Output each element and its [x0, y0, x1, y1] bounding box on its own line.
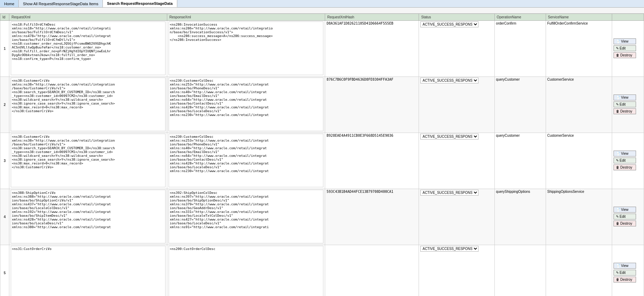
service-name-cell: CustomerService	[546, 133, 612, 189]
table-row: 1D8A361AF1D82621105D41D6664F555EBACTIVE_…	[0, 21, 644, 77]
hash-cell: D8A361AF1D82621105D41D6664F555EB	[325, 21, 419, 77]
edit-button[interactable]: ✎Edit	[614, 214, 636, 219]
operation-name-cell: queryShippingOptions	[494, 189, 546, 245]
request-xml-cell	[9, 133, 167, 189]
page-header	[0, 8, 644, 14]
destroy-icon: 🗑	[616, 222, 619, 225]
status-select[interactable]: ACTIVE_SUCCESS_RESPONSE_XML	[420, 246, 478, 252]
operation-name-cell: queryCustomer	[494, 133, 546, 189]
table-container: Id RequestXml ResponseXml RequestXmlHash…	[0, 14, 644, 296]
table-row: 3B928EAE4A4911CB0E3F668D5145E9036ACTIVE_…	[0, 133, 644, 189]
top-navigation: Home Show All RequestResponseStageData I…	[0, 0, 644, 8]
view-icon: 📄	[616, 39, 620, 43]
destroy-button[interactable]: 🗑Destroy	[614, 52, 636, 58]
nav-tab-search[interactable]: Search RequestResponseStageData	[103, 0, 177, 7]
request-xml-cell	[9, 245, 167, 296]
row-id-cell: 3	[0, 133, 9, 189]
view-icon: 📄	[616, 152, 620, 155]
request-xml-textarea[interactable]	[11, 246, 166, 296]
view-icon: 📄	[616, 264, 620, 268]
table-row: 5ACTIVE_SUCCESS_RESPONSE_XML📄View✎Edit🗑D…	[0, 245, 644, 296]
col-service: ServiceName	[546, 14, 612, 21]
data-table: Id RequestXml ResponseXml RequestXmlHash…	[0, 14, 644, 296]
col-status: Status	[419, 14, 494, 21]
edit-button[interactable]: ✎Edit	[614, 101, 636, 107]
status-select[interactable]: ACTIVE_SUCCESS_RESPONSE_XML	[420, 190, 478, 196]
request-xml-cell	[9, 21, 167, 77]
col-id: Id	[0, 14, 9, 21]
actions-cell: 📄View✎Edit🗑Destroy	[612, 133, 644, 189]
operation-name-cell	[494, 245, 546, 296]
hash-cell: 593C43B1B4AD44FCE13B79708D400CA1	[325, 189, 419, 245]
response-xml-textarea[interactable]	[169, 134, 323, 187]
response-xml-cell	[167, 21, 325, 77]
table-header-row: Id RequestXml ResponseXml RequestXmlHash…	[0, 14, 644, 21]
request-xml-textarea[interactable]	[11, 134, 166, 187]
destroy-icon: 🗑	[616, 165, 619, 169]
nav-tab-home[interactable]: Home	[0, 0, 19, 7]
destroy-button[interactable]: 🗑Destroy	[614, 277, 636, 282]
row-id-cell: 5	[0, 245, 9, 296]
destroy-icon: 🗑	[616, 53, 619, 57]
operation-name-cell: queryCustomer	[494, 77, 546, 133]
response-xml-textarea[interactable]	[169, 21, 323, 75]
hash-cell	[325, 245, 419, 296]
view-button[interactable]: 📄View	[614, 207, 636, 213]
status-select[interactable]: ACTIVE_SUCCESS_RESPONSE_XML	[420, 21, 478, 27]
nav-tab-show-all[interactable]: Show All RequestResponseStageData Items	[19, 0, 103, 7]
edit-icon: ✎	[616, 271, 619, 275]
view-icon: 📄	[616, 208, 620, 212]
operation-name-cell: orderConfirm	[494, 21, 546, 77]
service-name-cell: CustomerService	[546, 77, 612, 133]
status-cell: ACTIVE_SUCCESS_RESPONSE_XML	[419, 77, 494, 133]
view-button[interactable]: 📄View	[614, 38, 636, 44]
edit-icon: ✎	[616, 159, 619, 162]
response-xml-textarea[interactable]	[169, 78, 323, 131]
request-xml-textarea[interactable]	[11, 78, 166, 131]
table-row: 4593C43B1B4AD44FCE13B79708D400CA1ACTIVE_…	[0, 189, 644, 245]
destroy-button[interactable]: 🗑Destroy	[614, 164, 636, 170]
edit-button[interactable]: ✎Edit	[614, 158, 636, 163]
col-request-xml: RequestXml	[9, 14, 167, 21]
actions-cell: 📄View✎Edit🗑Destroy	[612, 189, 644, 245]
status-cell: ACTIVE_SUCCESS_RESPONSE_XML	[419, 189, 494, 245]
request-xml-textarea[interactable]	[11, 190, 166, 243]
col-hash: RequestXmlHash	[325, 14, 419, 21]
response-xml-cell	[167, 133, 325, 189]
response-xml-cell	[167, 77, 325, 133]
status-cell: ACTIVE_SUCCESS_RESPONSE_XML	[419, 245, 494, 296]
actions-cell: 📄View✎Edit🗑Destroy	[612, 77, 644, 133]
response-xml-textarea[interactable]	[169, 190, 323, 243]
edit-icon: ✎	[616, 215, 619, 218]
col-actions	[612, 14, 644, 21]
actions-cell: 📄View✎Edit🗑Destroy	[612, 21, 644, 77]
response-xml-cell	[167, 189, 325, 245]
table-row: 2876C7B6C0F9FBD4636D8FE0304FFA3AFACTIVE_…	[0, 77, 644, 133]
status-cell: ACTIVE_SUCCESS_RESPONSE_XML	[419, 133, 494, 189]
status-select[interactable]: ACTIVE_SUCCESS_RESPONSE_XML	[420, 134, 478, 140]
view-button[interactable]: 📄View	[614, 95, 636, 100]
row-id-cell: 2	[0, 77, 9, 133]
hash-cell: 876C7B6C0F9FBD4636D8FE0304FFA3AF	[325, 77, 419, 133]
response-xml-textarea[interactable]	[169, 246, 323, 296]
request-xml-textarea[interactable]	[11, 21, 166, 75]
status-select[interactable]: ACTIVE_SUCCESS_RESPONSE_XML	[420, 78, 478, 83]
row-id-cell: 1	[0, 21, 9, 77]
edit-button[interactable]: ✎Edit	[614, 45, 636, 51]
status-cell: ACTIVE_SUCCESS_RESPONSE_XML	[419, 21, 494, 77]
col-operation: OperationName	[494, 14, 546, 21]
service-name-cell: FulfillOrderConfirmService	[546, 21, 612, 77]
col-response-xml: ResponseXml	[167, 14, 325, 21]
service-name-cell: ShippingOptionsService	[546, 189, 612, 245]
hash-cell: B928EAE4A4911CB0E3F668D5145E9036	[325, 133, 419, 189]
destroy-button[interactable]: 🗑Destroy	[614, 221, 636, 226]
view-button[interactable]: 📄View	[614, 263, 636, 269]
edit-icon: ✎	[616, 46, 619, 50]
edit-icon: ✎	[616, 102, 619, 106]
actions-cell: 📄View✎Edit🗑Destroy	[612, 245, 644, 296]
request-xml-cell	[9, 77, 167, 133]
destroy-icon: 🗑	[616, 278, 619, 281]
edit-button[interactable]: ✎Edit	[614, 270, 636, 276]
view-button[interactable]: 📄View	[614, 151, 636, 156]
destroy-button[interactable]: 🗑Destroy	[614, 108, 636, 114]
